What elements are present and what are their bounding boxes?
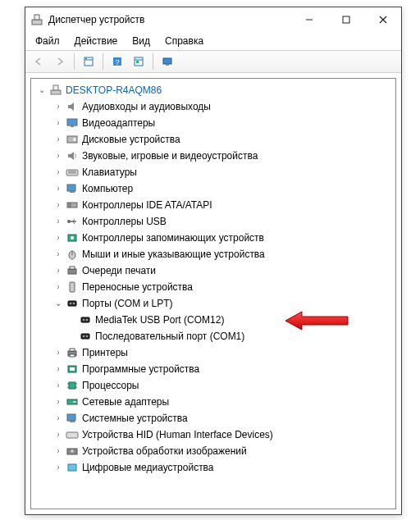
device-mediatek-com12[interactable]: MediaTek USB Port (COM12) [33,312,394,328]
category-imaging[interactable]: ›Устройства обработки изображений [33,443,394,459]
maximize-button[interactable] [327,7,364,32]
category-net[interactable]: ›Сетевые адаптеры [33,394,394,410]
svg-rect-3 [343,16,349,23]
portable-icon [66,281,79,294]
svg-rect-54 [70,367,75,371]
properties-button[interactable] [79,52,98,71]
expand-icon[interactable]: › [52,150,64,162]
collapse-icon[interactable]: ⌄ [36,84,48,96]
device-com1[interactable]: Последовательный порт (COM1) [33,328,394,344]
expand-icon[interactable]: › [52,429,64,440]
category-printq[interactable]: ›Очереди печати [33,262,394,279]
help-button[interactable]: ? [107,52,127,71]
window-controls [290,7,401,32]
category-portable[interactable]: ›Переносные устройства [33,279,394,295]
category-media[interactable]: ›Цифровые медиаустройства [33,459,394,476]
menu-view[interactable]: Вид [126,34,157,48]
category-label: Контроллеры запоминающих устройств [82,230,264,246]
expand-icon[interactable]: › [52,232,64,244]
category-label: Переносные устройства [82,279,193,295]
svg-text:?: ? [115,58,119,66]
system-icon [66,412,79,425]
toolbar-separator [153,53,153,70]
expand-icon[interactable]: › [52,101,64,112]
svg-rect-39 [70,267,75,269]
expand-icon[interactable]: › [52,445,64,457]
svg-rect-1 [34,15,39,20]
expand-icon[interactable]: › [52,183,64,194]
category-system[interactable]: ›Системные устройства [33,410,394,426]
tree-wrapper: ⌄ DESKTOP-R4AQM86 ›Аудиовходы и аудиовых… [25,73,401,514]
category-sound[interactable]: ›Звуковые, игровые и видеоустройства [33,148,394,164]
network-icon [66,395,79,408]
monitor-button[interactable] [158,52,177,71]
menu-help[interactable]: Справка [158,34,210,48]
expand-icon[interactable]: › [52,166,64,178]
svg-rect-8 [85,58,87,59]
category-label: Процессоры [82,377,139,394]
tree-root[interactable]: ⌄ DESKTOP-R4AQM86 [33,82,394,98]
category-video[interactable]: ›Видеоадаптеры [33,115,394,131]
keyboard-icon [66,166,79,179]
menu-file[interactable]: Файл [29,34,66,48]
svg-rect-64 [66,432,78,438]
category-label: Клавиатуры [82,164,137,180]
expand-icon[interactable]: › [52,216,64,227]
expand-icon[interactable]: › [52,347,64,358]
expand-icon[interactable]: › [52,199,64,211]
toolbar: ? [25,50,401,73]
category-ide[interactable]: ›Контроллеры IDE ATA/ATAPI [33,197,394,213]
device-tree[interactable]: ⌄ DESKTOP-R4AQM86 ›Аудиовходы и аудиовых… [30,78,396,509]
printer-icon [66,346,79,359]
svg-point-42 [70,303,71,304]
toolbar-separator [103,53,103,70]
expand-icon[interactable]: › [52,134,64,145]
expand-icon[interactable]: › [52,380,64,391]
category-printers[interactable]: ›Принтеры [33,344,394,361]
svg-rect-52 [70,354,75,357]
svg-point-45 [83,319,84,321]
category-usb[interactable]: ›Контроллеры USB [33,213,394,230]
category-audio[interactable]: ›Аудиовходы и аудиовыходы [33,98,394,115]
software-icon [66,363,79,376]
svg-rect-18 [67,119,77,125]
usb-icon [66,215,79,228]
expand-icon[interactable]: › [52,265,64,276]
mouse-icon [66,248,79,261]
expand-icon[interactable]: › [52,249,64,260]
category-computer[interactable]: ›Компьютер [33,180,394,197]
category-label: Контроллеры USB [82,213,167,230]
svg-rect-41 [68,301,76,306]
category-label: Аудиовходы и аудиовыходы [82,98,211,115]
expand-icon[interactable]: › [52,462,64,473]
category-hid[interactable]: ›Устройства HID (Human Interface Devices… [33,426,394,443]
category-mouse[interactable]: ›Мыши и иные указывающие устройства [33,246,394,262]
collapse-icon[interactable]: ⌄ [52,298,64,309]
expand-icon[interactable]: › [52,363,64,375]
menu-action[interactable]: Действие [68,34,125,48]
category-disk[interactable]: ›Дисковые устройства [33,131,394,148]
close-button[interactable] [364,7,401,32]
expand-icon[interactable]: › [52,396,64,408]
back-button[interactable] [29,52,48,71]
category-ports[interactable]: ⌄Порты (COM и LPT) [33,295,394,312]
window-title: Диспетчер устройств [48,14,290,25]
minimize-button[interactable] [290,7,327,32]
expand-icon[interactable]: › [52,117,64,129]
svg-rect-17 [53,85,58,90]
svg-rect-13 [136,61,139,63]
category-software[interactable]: ›Программные устройства [33,361,394,377]
category-storage[interactable]: ›Контроллеры запоминающих устройств [33,230,394,246]
ports-icon [66,297,79,310]
disk-icon [66,133,79,146]
forward-button[interactable] [50,52,70,71]
root-label: DESKTOP-R4AQM86 [66,82,162,98]
category-label: Системные устройства [82,410,188,426]
expand-icon[interactable]: › [52,413,64,424]
expand-icon[interactable]: › [52,281,64,293]
category-cpu[interactable]: ›Процессоры [33,377,394,394]
category-label: Программные устройства [82,361,199,377]
category-label: Принтеры [82,344,128,361]
category-keyboard[interactable]: ›Клавиатуры [33,164,394,180]
scan-button[interactable] [129,52,148,71]
